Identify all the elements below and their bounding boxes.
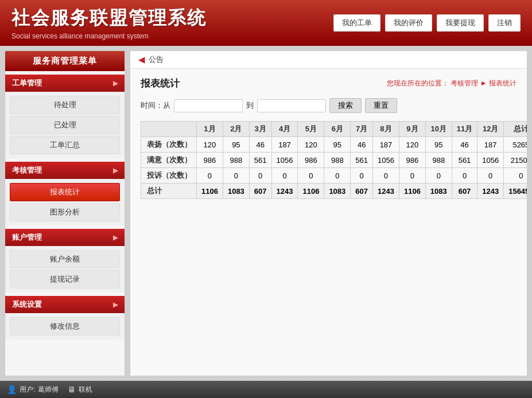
table-cell: 1243: [271, 184, 298, 199]
table-cell: 1083: [324, 184, 351, 199]
table-cell: 1083: [425, 184, 452, 199]
table-body: 表扬（次数）1209546187120954618712095461875265…: [141, 137, 527, 199]
my-orders-button[interactable]: 我的工单: [333, 14, 380, 32]
table-row: 表扬（次数）1209546187120954618712095461875265: [141, 137, 527, 153]
table-cell: 561: [452, 153, 477, 168]
table-cell: 46: [452, 137, 477, 153]
col-header-label: [141, 122, 197, 137]
table-cell: 1083: [223, 184, 249, 199]
table-cell: 95: [223, 137, 249, 153]
sidebar-section-title-workorder[interactable]: 工单管理 ▶: [5, 75, 125, 92]
main-layout: 服务商管理菜单 工单管理 ▶ 待处理 已处理 工单汇总 考核管理 ▶ 报表统计 …: [0, 46, 532, 381]
table-cell: 120: [197, 137, 223, 153]
sidebar-item-report-stats[interactable]: 报表统计: [10, 183, 120, 201]
sidebar-items-settings: 修改信息: [5, 313, 125, 340]
table-cell: 986: [197, 153, 223, 168]
table-cell: 0: [399, 168, 425, 184]
col-header-total: 总计: [504, 122, 527, 137]
withdraw-button[interactable]: 我要提现: [437, 14, 484, 32]
sidebar-items-workorder: 待处理 已处理 工单汇总: [5, 92, 125, 158]
table-cell: 0: [271, 168, 298, 184]
table-cell: 120: [399, 137, 425, 153]
table-cell: 986: [399, 153, 425, 168]
col-header-10: 10月: [425, 122, 452, 137]
breadcrumb-prefix: 您现在所在的位置：: [387, 79, 449, 87]
table-cell: 187: [373, 137, 399, 153]
table-cell: 0: [504, 168, 527, 184]
table-cell: 0: [324, 168, 351, 184]
header: 社会服务联盟管理系统 Social services alliance mana…: [0, 0, 532, 46]
sidebar-section-workorder: 工单管理 ▶ 待处理 已处理 工单汇总: [5, 75, 125, 158]
content-area: ◀ 公告 报表统计 您现在所在的位置： 考核管理 ► 报表统计 时间：从 到 搜…: [130, 50, 527, 376]
footer-username: 葛师傅: [38, 385, 59, 395]
table-cell: 0: [298, 168, 324, 184]
table-cell: 1106: [197, 184, 223, 199]
my-reviews-button[interactable]: 我的评价: [385, 14, 432, 32]
col-header-12: 12月: [477, 122, 504, 137]
table-cell-label: 满意（次数）: [141, 153, 197, 168]
table-cell-label: 表扬（次数）: [141, 137, 197, 153]
search-label-to: 到: [246, 100, 254, 111]
breadcrumb: 您现在所在的位置： 考核管理 ► 报表统计: [387, 79, 517, 88]
sidebar-item-pending[interactable]: 待处理: [10, 96, 120, 114]
table-cell: 5265: [504, 137, 527, 153]
table-cell: 561: [351, 153, 373, 168]
table-cell: 1243: [477, 184, 504, 199]
sidebar: 服务商管理菜单 工单管理 ▶ 待处理 已处理 工单汇总 考核管理 ▶ 报表统计 …: [5, 50, 125, 376]
title-block: 社会服务联盟管理系统 Social services alliance mana…: [11, 6, 333, 40]
announcement-label: 公告: [149, 54, 164, 65]
sidebar-item-chart-analysis[interactable]: 图形分析: [10, 203, 120, 221]
footer-network: 🖥 联机: [68, 385, 92, 395]
sidebar-item-edit-info[interactable]: 修改信息: [10, 317, 120, 335]
col-header-1: 1月: [197, 122, 223, 137]
table-cell: 0: [249, 168, 271, 184]
table-cell: 988: [425, 153, 452, 168]
page-title: 报表统计: [141, 77, 180, 90]
table-cell: 1056: [271, 153, 298, 168]
table-cell: 1056: [373, 153, 399, 168]
sidebar-item-processed[interactable]: 已处理: [10, 116, 120, 134]
col-header-5: 5月: [298, 122, 324, 137]
app-title-en: Social services alliance management syst…: [11, 32, 333, 40]
sidebar-item-summary[interactable]: 工单汇总: [10, 136, 120, 154]
sidebar-section-label-account: 账户管理: [12, 232, 42, 243]
table-cell: 46: [249, 137, 271, 153]
table-cell: 0: [373, 168, 399, 184]
table-cell: 0: [477, 168, 504, 184]
table-cell: 187: [477, 137, 504, 153]
table-cell: 120: [298, 137, 324, 153]
sidebar-item-balance[interactable]: 账户余额: [10, 250, 120, 268]
table-cell: 1106: [298, 184, 324, 199]
footer-network-label: 联机: [79, 385, 92, 395]
sidebar-section-label-assessment: 考核管理: [12, 165, 42, 175]
logout-button[interactable]: 注销: [488, 14, 521, 32]
table-row: 投诉（次数）0000000000000: [141, 168, 527, 184]
sidebar-section-title-account[interactable]: 账户管理 ▶: [5, 229, 125, 246]
table-cell: 0: [351, 168, 373, 184]
report-table: 1月 2月 3月 4月 5月 6月 7月 8月 9月 10月 11月 12月 总…: [141, 121, 527, 199]
sidebar-section-account: 账户管理 ▶ 账户余额 提现记录: [5, 229, 125, 292]
table-cell: 561: [249, 153, 271, 168]
search-to-input[interactable]: [257, 99, 326, 112]
breadcrumb-separator: ►: [480, 79, 489, 87]
footer-user: 👤 用户: 葛师傅: [7, 385, 59, 395]
reset-button[interactable]: 重置: [365, 98, 397, 113]
sidebar-item-withdrawal-records[interactable]: 提现记录: [10, 270, 120, 288]
search-from-input[interactable]: [174, 99, 243, 112]
table-cell: 607: [452, 184, 477, 199]
sidebar-header: 服务商管理菜单: [5, 51, 125, 71]
content-inner: 报表统计 您现在所在的位置： 考核管理 ► 报表统计 时间：从 到 搜索 重置: [130, 69, 527, 376]
table-cell: 0: [223, 168, 249, 184]
network-icon: 🖥: [68, 385, 76, 394]
sidebar-section-title-settings[interactable]: 系统设置 ▶: [5, 296, 125, 313]
table-cell-label: 投诉（次数）: [141, 168, 197, 184]
chevron-right-icon-4: ▶: [113, 301, 118, 309]
chevron-right-icon: ▶: [113, 80, 118, 87]
search-button[interactable]: 搜索: [329, 98, 362, 113]
footer: 👤 用户: 葛师傅 🖥 联机: [0, 381, 532, 398]
table-row: 总计11061083607124311061083607124311061083…: [141, 184, 527, 199]
table-cell: 0: [197, 168, 223, 184]
table-cell: 607: [351, 184, 373, 199]
sidebar-items-account: 账户余额 提现记录: [5, 246, 125, 292]
sidebar-section-title-assessment[interactable]: 考核管理 ▶: [5, 162, 125, 179]
